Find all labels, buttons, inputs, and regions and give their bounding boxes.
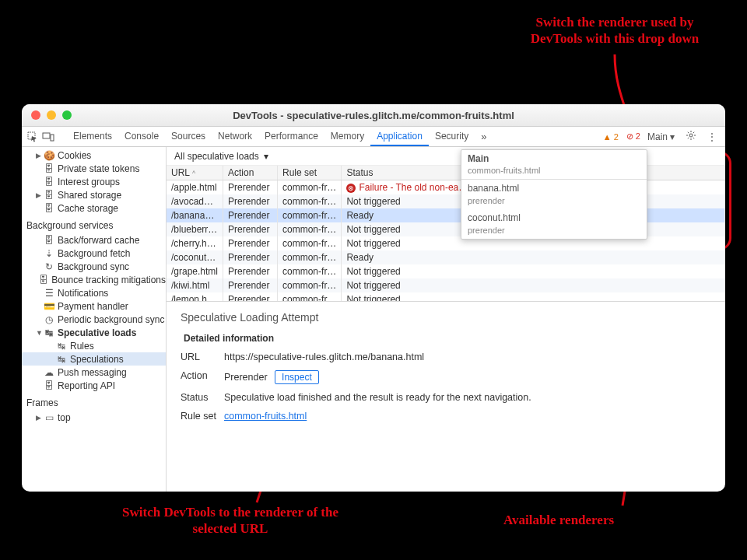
renderer-option-title: Main bbox=[468, 153, 489, 164]
inspect-element-icon[interactable] bbox=[26, 131, 39, 143]
sidebar-item-speculative-loads[interactable]: ▼↹Speculative loads bbox=[22, 326, 166, 339]
detail-status-value: Speculative load finished and the result… bbox=[224, 392, 711, 403]
devtools-window: DevTools - speculative-rules.glitch.me/c… bbox=[22, 104, 725, 492]
renderer-option-sub: common-fruits.html bbox=[468, 165, 640, 176]
detail-heading: Speculative Loading Attempt bbox=[181, 311, 711, 324]
device-toggle-icon[interactable] bbox=[42, 131, 54, 143]
annotation-right: Available renderers bbox=[481, 512, 637, 528]
svg-point-3 bbox=[689, 134, 693, 137]
sidebar-item-background-fetch[interactable]: ⇣Background fetch bbox=[22, 247, 166, 260]
renderer-dropdown[interactable]: Main ▾ Main common-fruits.html banana.ht… bbox=[644, 129, 679, 145]
sidebar-item-cookies[interactable]: ▶🍪Cookies bbox=[22, 149, 166, 162]
tab-elements[interactable]: Elements bbox=[67, 128, 118, 146]
sidebar-icon: ▭ bbox=[44, 412, 54, 423]
renderer-option[interactable]: coconut.htmlprerender bbox=[461, 209, 647, 239]
detail-url-value: https://speculative-rules.glitch.me/bana… bbox=[224, 352, 711, 362]
error-icon[interactable]: ⊘ 2 bbox=[626, 131, 640, 142]
sidebar-icon: 🍪 bbox=[44, 150, 54, 161]
detail-action-label: Action bbox=[181, 370, 224, 384]
sidebar: ▶🍪Cookies🗄Private state tokens🗄Interest … bbox=[22, 147, 167, 492]
sidebar-icon: ↹ bbox=[56, 341, 67, 352]
sidebar-item-interest-groups[interactable]: 🗄Interest groups bbox=[22, 175, 166, 188]
sidebar-icon: 🗄 bbox=[44, 235, 54, 246]
column-header-action[interactable]: Action bbox=[223, 166, 278, 180]
chevron-down-icon: ▾ bbox=[670, 131, 675, 142]
sidebar-icon: 💳 bbox=[44, 301, 54, 312]
sidebar-item-push-messaging[interactable]: ☁Push messaging bbox=[22, 366, 166, 379]
renderer-option-main[interactable]: Main common-fruits.html bbox=[461, 150, 647, 180]
sidebar-icon: ☰ bbox=[44, 288, 54, 299]
detail-status-label: Status bbox=[181, 392, 224, 403]
sidebar-section-frames: Frames bbox=[22, 395, 166, 411]
table-row[interactable]: /coconut…Prerendercommon-fr…Ready bbox=[167, 250, 725, 264]
sidebar-icon: 🗄 bbox=[44, 380, 54, 391]
inspect-button[interactable]: Inspect bbox=[275, 370, 319, 384]
sidebar-item-periodic-background-sync[interactable]: ◷Periodic background sync bbox=[22, 313, 166, 326]
sidebar-item-bounce-tracking-mitigations[interactable]: 🗄Bounce tracking mitigations bbox=[22, 273, 166, 286]
sidebar-icon: 🗄 bbox=[44, 177, 54, 187]
sidebar-section-background-services: Background services bbox=[22, 218, 166, 233]
sidebar-item-background-sync[interactable]: ↻Background sync bbox=[22, 260, 166, 273]
table-row[interactable]: /lemon.h…Prerendercommon-fr…Not triggere… bbox=[167, 292, 725, 301]
window-title: DevTools - speculative-rules.glitch.me/c… bbox=[22, 110, 725, 121]
sidebar-item-speculations[interactable]: ↹Speculations bbox=[22, 352, 166, 366]
sidebar-item-back-forward-cache[interactable]: 🗄Back/forward cache bbox=[22, 233, 166, 247]
svg-rect-1 bbox=[43, 133, 50, 138]
detail-subheading: Detailed information bbox=[184, 333, 711, 344]
svg-rect-2 bbox=[51, 135, 54, 141]
sidebar-icon: 🗄 bbox=[44, 203, 54, 214]
annotation-top: Switch the renderer used by DevTools wit… bbox=[510, 14, 720, 47]
tab-memory[interactable]: Memory bbox=[324, 128, 370, 146]
chevron-down-icon: ▾ bbox=[264, 151, 268, 162]
tab-network[interactable]: Network bbox=[212, 128, 258, 146]
sidebar-item-reporting-api[interactable]: 🗄Reporting API bbox=[22, 379, 166, 392]
detail-url-label: URL bbox=[181, 352, 224, 362]
sidebar-item-notifications[interactable]: ☰Notifications bbox=[22, 286, 166, 299]
renderer-option[interactable]: banana.htmlprerender bbox=[461, 180, 647, 209]
sidebar-icon: ◷ bbox=[44, 314, 54, 325]
warning-icon[interactable]: ▲ 2 bbox=[603, 132, 619, 142]
filter-dropdown[interactable]: All speculative loads ▾ bbox=[174, 151, 268, 162]
table-row[interactable]: /grape.htmlPrerendercommon-fr…Not trigge… bbox=[167, 264, 725, 278]
titlebar: DevTools - speculative-rules.glitch.me/c… bbox=[22, 104, 725, 127]
sidebar-item-shared-storage[interactable]: ▶🗄Shared storage bbox=[22, 188, 166, 201]
tab-sources[interactable]: Sources bbox=[165, 128, 212, 146]
detail-action-value: Prerender Inspect bbox=[224, 370, 711, 384]
tab-application[interactable]: Application bbox=[370, 128, 429, 146]
sidebar-item-rules[interactable]: ↹Rules bbox=[22, 339, 166, 352]
kebab-menu-icon[interactable]: ⋮ bbox=[703, 129, 721, 145]
sidebar-item-private-state-tokens[interactable]: 🗄Private state tokens bbox=[22, 162, 166, 175]
detail-ruleset-link[interactable]: common-fruits.html bbox=[224, 411, 307, 422]
toolbar: ElementsConsoleSourcesNetworkPerformance… bbox=[22, 127, 725, 147]
more-tabs-button[interactable]: » bbox=[478, 131, 489, 142]
tab-performance[interactable]: Performance bbox=[258, 128, 324, 146]
settings-gear-icon[interactable] bbox=[682, 128, 700, 145]
exchange-icon: ↹ bbox=[44, 327, 54, 338]
sidebar-item-payment-handler[interactable]: 💳Payment handler bbox=[22, 299, 166, 313]
column-header-url[interactable]: URL^ bbox=[167, 166, 223, 180]
sidebar-icon: ⇣ bbox=[44, 248, 54, 259]
sidebar-icon: 🗄 bbox=[44, 163, 54, 174]
sort-asc-icon: ^ bbox=[192, 170, 195, 177]
detail-pane: Speculative Loading Attempt Detailed inf… bbox=[167, 301, 725, 492]
renderer-dropdown-label: Main bbox=[647, 131, 668, 142]
detail-ruleset-label: Rule set bbox=[181, 411, 224, 422]
sidebar-item-top[interactable]: ▶▭top bbox=[22, 411, 166, 424]
tab-console[interactable]: Console bbox=[118, 128, 165, 146]
sidebar-icon: ↻ bbox=[44, 261, 54, 272]
sidebar-item-cache-storage[interactable]: 🗄Cache storage bbox=[22, 201, 166, 215]
sidebar-icon: ☁ bbox=[44, 367, 54, 378]
tab-security[interactable]: Security bbox=[429, 128, 475, 146]
sidebar-icon: 🗄 bbox=[44, 190, 54, 201]
sidebar-icon: 🗄 bbox=[39, 275, 48, 285]
column-header-rule-set[interactable]: Rule set bbox=[278, 166, 342, 180]
sidebar-icon: ↹ bbox=[56, 354, 67, 365]
renderer-popup: Main common-fruits.html banana.htmlprere… bbox=[461, 149, 647, 240]
table-row[interactable]: /kiwi.htmlPrerendercommon-fr…Not trigger… bbox=[167, 278, 725, 292]
annotation-left: Switch DevTools to the renderer of the s… bbox=[121, 504, 339, 537]
